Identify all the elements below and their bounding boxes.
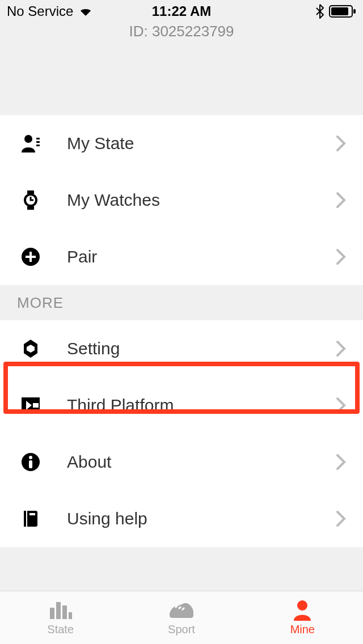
- chevron-right-icon: [336, 454, 346, 471]
- chevron-right-icon: [336, 192, 346, 209]
- row-label: My State: [67, 134, 134, 153]
- row-third-platform[interactable]: Third Platform: [0, 377, 363, 434]
- svg-rect-26: [62, 605, 67, 619]
- row-my-state[interactable]: My State: [0, 115, 363, 172]
- chevron-right-icon: [336, 135, 346, 152]
- row-setting[interactable]: Setting: [0, 320, 363, 377]
- list-more: Setting Third Platform About Using help: [0, 320, 363, 547]
- bars-icon: [49, 599, 73, 621]
- svg-rect-19: [29, 460, 32, 468]
- svg-rect-22: [24, 511, 26, 527]
- section-more: MORE: [0, 285, 363, 320]
- third-platform-icon: [17, 395, 44, 416]
- svg-rect-4: [36, 138, 40, 139]
- svg-rect-5: [36, 141, 40, 143]
- svg-point-28: [297, 600, 307, 611]
- wifi-icon: [79, 6, 92, 17]
- row-label: Using help: [67, 509, 147, 528]
- chevron-right-icon: [336, 510, 346, 527]
- status-bar: No Service 11:22 AM: [0, 0, 363, 23]
- svg-rect-27: [69, 612, 72, 619]
- svg-rect-2: [353, 9, 356, 14]
- header-id: ID: 3025223799: [0, 23, 363, 47]
- tab-sport[interactable]: Sport: [121, 591, 242, 644]
- plus-circle-icon: [17, 247, 44, 267]
- chevron-right-icon: [336, 248, 346, 265]
- person-icon: [17, 133, 44, 154]
- carrier-text: No Service: [7, 3, 73, 19]
- svg-rect-24: [50, 608, 54, 619]
- tab-bar: State Sport Mine: [0, 591, 363, 644]
- svg-rect-16: [33, 403, 39, 408]
- book-icon: [17, 509, 44, 529]
- row-label: Third Platform: [67, 396, 174, 415]
- person-icon: [292, 599, 313, 621]
- tab-state[interactable]: State: [0, 591, 121, 644]
- chevron-right-icon: [336, 397, 346, 414]
- svg-point-18: [29, 456, 32, 459]
- list-main: My State My Watches Pair: [0, 115, 363, 285]
- row-about[interactable]: About: [0, 434, 363, 490]
- shoe-icon: [167, 599, 196, 621]
- svg-rect-25: [56, 602, 61, 619]
- svg-rect-23: [29, 513, 35, 515]
- tab-label: Mine: [290, 623, 315, 636]
- row-label: About: [67, 452, 111, 472]
- row-label: My Watches: [67, 190, 160, 210]
- row-label: Pair: [67, 247, 97, 266]
- info-icon: [17, 452, 44, 472]
- svg-rect-6: [36, 145, 40, 146]
- tab-label: Sport: [168, 623, 195, 636]
- header-gap: [0, 47, 363, 115]
- row-using-help[interactable]: Using help: [0, 490, 363, 547]
- watch-icon: [17, 190, 44, 210]
- clock-text: 11:22 AM: [152, 3, 211, 19]
- battery-icon: [329, 5, 356, 18]
- tab-label: State: [47, 623, 74, 636]
- row-label: Setting: [67, 339, 120, 358]
- svg-rect-1: [331, 7, 348, 15]
- row-pair[interactable]: Pair: [0, 228, 363, 285]
- svg-point-3: [24, 135, 32, 143]
- gear-icon: [17, 338, 44, 359]
- row-my-watches[interactable]: My Watches: [0, 172, 363, 228]
- bluetooth-icon: [315, 4, 324, 19]
- tab-mine[interactable]: Mine: [242, 591, 363, 644]
- chevron-right-icon: [336, 340, 346, 357]
